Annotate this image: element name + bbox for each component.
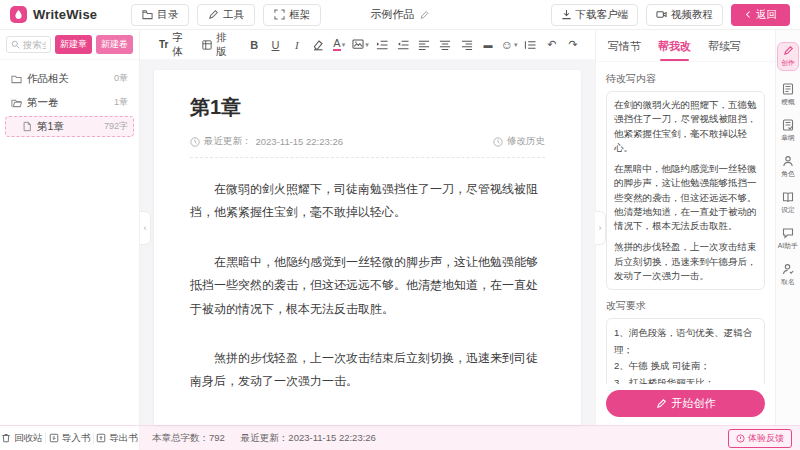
export-book-button[interactable]: 导出书 bbox=[96, 432, 138, 445]
back-button[interactable]: 返回 bbox=[731, 4, 790, 26]
clock-icon bbox=[190, 137, 200, 147]
search-box[interactable] bbox=[6, 36, 51, 53]
align-center-icon[interactable] bbox=[435, 34, 455, 56]
download-client-button[interactable]: 下载客户端 bbox=[551, 4, 639, 26]
divider bbox=[93, 432, 94, 444]
edit-title-icon[interactable] bbox=[420, 10, 430, 20]
indent-decrease-icon[interactable] bbox=[393, 34, 413, 56]
writewise-app: WriteWise 目录 工具 框架 示例作品 下载客户端 bbox=[0, 0, 800, 450]
search-input[interactable] bbox=[23, 39, 46, 50]
underline-button[interactable]: U bbox=[265, 34, 285, 56]
footer-updated: 最近更新：2023-11-15 22:23:26 bbox=[241, 432, 376, 445]
last-updated: 最近更新：2023-11-15 22:23:26 bbox=[190, 135, 343, 148]
rewrite-requirements-textarea[interactable]: 1、润色段落，语句优美、逻辑合理； 2、午德 换成 司徒南； 3、打斗桥段华丽无… bbox=[606, 318, 765, 384]
download-icon bbox=[561, 9, 572, 20]
line-spacing-icon[interactable] bbox=[520, 34, 540, 56]
tree-item-volume-1[interactable]: 第一卷 1章 bbox=[5, 92, 134, 113]
layout-grid-icon bbox=[202, 40, 212, 50]
naming-person-icon bbox=[782, 263, 794, 275]
paragraph: 在微弱的剑火照耀下，司徒南勉强挡住了一刀，尽管视线被阻挡，他紧紧握住宝剑，毫不敢… bbox=[190, 178, 545, 225]
tree-item-chapter-1[interactable]: 第1章 792字 bbox=[5, 116, 134, 137]
header-menu: 目录 工具 框架 bbox=[131, 4, 321, 26]
rail-item-naming[interactable]: 取名 bbox=[780, 263, 796, 287]
ai-chat-icon bbox=[782, 227, 794, 239]
rail-item-chapter-outline[interactable]: 章纲 bbox=[780, 119, 796, 143]
new-chapter-button[interactable]: 新建章 bbox=[55, 35, 92, 54]
tab-help-continue[interactable]: 帮续写 bbox=[708, 39, 741, 61]
export-icon bbox=[96, 433, 106, 443]
start-creation-button[interactable]: 开始创作 bbox=[606, 390, 765, 417]
tools-button[interactable]: 工具 bbox=[197, 4, 255, 26]
chapter-heading: 第1章 bbox=[190, 94, 545, 121]
paragraph: 煞拼的步伐轻盈，上一次攻击结束后立刻切换，迅速来到司徒南身后，发动了一次强力一击… bbox=[190, 347, 545, 394]
history-icon bbox=[493, 137, 503, 147]
undo-button[interactable]: ↶ bbox=[542, 34, 562, 56]
insert-divider-button[interactable]: ▬ bbox=[478, 34, 498, 56]
source-label: 待改写内容 bbox=[606, 72, 765, 86]
emoji-button[interactable]: ☺▾ bbox=[499, 34, 519, 56]
document-icon bbox=[22, 121, 32, 132]
new-volume-button[interactable]: 新建卷 bbox=[96, 35, 133, 54]
brand-logo: WriteWise bbox=[10, 6, 97, 23]
recycle-bin-button[interactable]: 回收站 bbox=[1, 432, 43, 445]
tree-item-work-related[interactable]: 作品相关 0章 bbox=[5, 68, 134, 89]
assistant-body: 待改写内容 在剑的微弱火光的照耀下，五德勉强挡住了一刀，尽管视线被阻挡，他紧紧握… bbox=[596, 62, 775, 384]
synopsis-doc-icon bbox=[782, 83, 794, 95]
folder-closed-icon bbox=[11, 73, 22, 84]
rail-item-characters[interactable]: 角色 bbox=[780, 155, 796, 179]
clear-format-icon[interactable] bbox=[308, 34, 328, 56]
ai-assistant-panel: 写情节 帮我改 帮续写 待改写内容 在剑的微弱火光的照耀下，五德勉强挡住了一刀，… bbox=[595, 30, 775, 425]
logo-drop-icon bbox=[10, 6, 27, 23]
align-right-icon[interactable] bbox=[457, 34, 477, 56]
status-bar: 回收站 导入书 导出书 本章总字数：792 最近更新：2023-11-15 22… bbox=[0, 425, 800, 450]
word-count: 本章总字数：792 bbox=[152, 432, 225, 445]
rail-item-creation[interactable]: 创作 bbox=[777, 42, 799, 71]
rail-item-synopsis[interactable]: 梗概 bbox=[780, 83, 796, 107]
rewrite-source-textarea[interactable]: 在剑的微弱火光的照耀下，五德勉强挡住了一刀，尽管视线被阻挡，他紧紧握住宝剑，毫不… bbox=[606, 91, 765, 290]
catalog-button[interactable]: 目录 bbox=[131, 4, 189, 26]
tab-help-rewrite[interactable]: 帮我改 bbox=[658, 39, 691, 61]
trash-icon bbox=[1, 433, 11, 443]
brand-name: WriteWise bbox=[33, 7, 97, 22]
footer-stats: 本章总字数：792 最近更新：2023-11-15 22:23:26 bbox=[152, 432, 376, 445]
paragraph: “唰！” bbox=[190, 420, 545, 425]
footer-actions: 回收站 导入书 导出书 bbox=[0, 426, 140, 450]
italic-button[interactable]: I bbox=[287, 34, 307, 56]
chevron-left-icon bbox=[744, 10, 753, 19]
rail-item-settings[interactable]: 设定 bbox=[780, 191, 796, 215]
font-menu-button[interactable]: Tr 字体 bbox=[152, 31, 194, 59]
feature-rail: 创作 梗概 章纲 角色 设定 AI助手 bbox=[775, 30, 800, 425]
framework-button[interactable]: 框架 bbox=[263, 4, 321, 26]
settings-book-icon bbox=[782, 191, 794, 203]
bold-button[interactable]: B bbox=[244, 34, 264, 56]
collapse-panel-handle[interactable]: › bbox=[595, 211, 606, 245]
creation-pen-icon bbox=[783, 45, 794, 56]
insert-image-button[interactable]: ▾ bbox=[350, 34, 370, 56]
align-left-icon[interactable] bbox=[414, 34, 434, 56]
collapse-sidebar-handle[interactable]: ‹ bbox=[140, 211, 151, 245]
document-title: 示例作品 bbox=[371, 7, 430, 22]
import-icon bbox=[49, 433, 59, 443]
redo-button[interactable]: ↷ bbox=[563, 34, 583, 56]
chapter-meta: 最近更新：2023-11-15 22:23:26 修改历史 bbox=[190, 135, 545, 158]
layout-menu-button[interactable]: 排版 bbox=[195, 31, 237, 59]
outline-doc-icon bbox=[782, 119, 794, 131]
search-icon bbox=[11, 40, 20, 49]
tab-write-plot[interactable]: 写情节 bbox=[608, 39, 641, 61]
font-color-button[interactable]: A▾ bbox=[329, 34, 349, 56]
feedback-button[interactable]: 体验反馈 bbox=[728, 429, 792, 448]
sidebar-toolbar: 新建章 新建卷 bbox=[0, 30, 139, 60]
import-book-button[interactable]: 导入书 bbox=[49, 432, 91, 445]
header-actions: 下载客户端 视频教程 返回 bbox=[551, 4, 791, 26]
frame-icon bbox=[274, 9, 285, 20]
video-tutorial-button[interactable]: 视频教程 bbox=[646, 4, 723, 26]
indent-increase-icon[interactable] bbox=[372, 34, 392, 56]
manuscript-page[interactable]: 第1章 最近更新：2023-11-15 22:23:26 修改历史 在微弱的剑火… bbox=[154, 70, 581, 425]
revision-history-link[interactable]: 修改历史 bbox=[493, 135, 545, 148]
divider bbox=[45, 432, 46, 444]
rail-item-ai-helper[interactable]: AI助手 bbox=[776, 227, 800, 251]
character-person-icon bbox=[782, 155, 794, 167]
font-icon: Tr bbox=[159, 39, 168, 50]
pen-icon bbox=[208, 9, 219, 20]
paragraph: 在黑暗中，他隐约感觉到一丝轻微的脚步声，这让他勉强能够抵挡一些突然的袭击，但这还… bbox=[190, 251, 545, 321]
